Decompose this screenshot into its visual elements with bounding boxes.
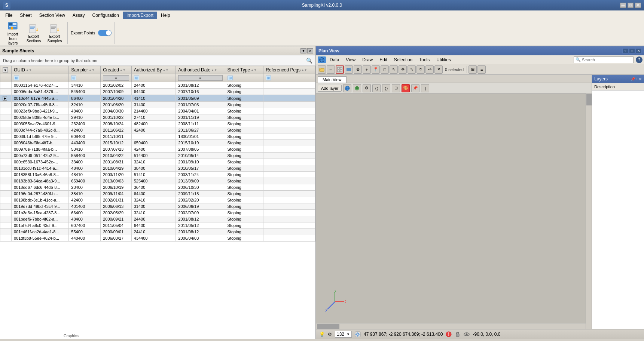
row-expand-cell[interactable]	[0, 222, 12, 229]
table-row[interactable]: 00198bdc-3e1b-41cc-a... 42400 2002/01/31…	[0, 197, 315, 203]
row-expand-cell[interactable]: ▶	[0, 95, 12, 102]
menu-import-export[interactable]: Import/Export	[123, 12, 157, 19]
row-expand-cell[interactable]	[0, 127, 12, 133]
table-row[interactable]: 001c461f-ea2d-4aa1-8... 55400 2000/09/01…	[0, 229, 315, 235]
row-expand-cell[interactable]	[0, 89, 12, 95]
panel-close-btn[interactable]: ✕	[307, 48, 313, 53]
table-row[interactable]: 0003c744-c7a0-492c-9... 42400 2011/06/22…	[0, 127, 315, 133]
layer-right-bracket-btn[interactable]: ))	[382, 84, 390, 92]
guid-filter-icon[interactable]: ⊞	[14, 76, 19, 80]
tb-grid-btn[interactable]	[336, 65, 344, 74]
table-search-icon[interactable]: 🔍	[306, 58, 312, 64]
menu-help[interactable]: Help	[157, 12, 174, 19]
th-referenced-pegs[interactable]: Referenced Pegs ▲▼	[263, 66, 315, 74]
tb-layers-btn[interactable]	[345, 65, 353, 74]
pv-menu-tools[interactable]: Tools	[416, 56, 433, 63]
export-sections-btn[interactable]: Export Sections	[24, 22, 43, 44]
pv-expand-btn[interactable]: ↔	[629, 48, 635, 53]
canvas-hscroll[interactable]	[316, 323, 586, 329]
row-expand-cell[interactable]	[0, 114, 12, 121]
row-expand-cell[interactable]	[0, 229, 12, 235]
filter-toggle-btn[interactable]: ▼	[3, 67, 8, 73]
table-row[interactable]: 00183b83-64ca-48a3-9... 659400 2013/09/0…	[0, 178, 315, 184]
menu-sheet[interactable]: Sheet	[16, 12, 35, 19]
table-row[interactable]: 000b73d6-051f-42b2-9... 558400 2010/04/2…	[0, 153, 315, 159]
pv-globe-icon[interactable]	[318, 56, 326, 63]
row-expand-cell[interactable]	[0, 102, 12, 108]
row-expand-cell[interactable]	[0, 184, 12, 191]
row-expand-cell[interactable]	[0, 165, 12, 172]
pv-menu-data[interactable]: Data	[327, 56, 342, 63]
row-expand-cell[interactable]	[0, 210, 12, 216]
table-row[interactable]: 00020d07-7f9a-45df-8... 32410 2001/06/20…	[0, 102, 315, 108]
export-samples-btn[interactable]: Export Samples	[45, 22, 64, 44]
th-guid[interactable]: GUID ▲▼	[12, 66, 69, 74]
panel-collapse-btn[interactable]: ▼	[300, 48, 306, 53]
table-row[interactable]: 001bdef6-7bbc-4f62-a... 48400 2000/09/21…	[0, 216, 315, 222]
search-input[interactable]	[582, 58, 631, 62]
menu-section-view[interactable]: Section View	[36, 12, 69, 19]
search-field[interactable]: 🔍	[574, 56, 634, 63]
layer-line-btn[interactable]: |	[421, 84, 429, 92]
maximize-btn[interactable]: □	[628, 3, 634, 8]
row-expand-icon[interactable]: ▶	[3, 96, 7, 101]
layer-globe-btn[interactable]	[343, 84, 351, 92]
row-expand-cell[interactable]	[0, 108, 12, 114]
tb-rotate-btn[interactable]: ↻	[416, 65, 425, 74]
layers-expand-icon[interactable]: +	[636, 77, 638, 81]
layers-pin-icon[interactable]: 📌	[631, 77, 635, 81]
row-expand-cell[interactable]	[0, 146, 12, 153]
pv-menu-draw[interactable]: Draw	[359, 56, 376, 63]
table-row[interactable]: 00196e0d-287f-480f-b... 38410 2009/11/04…	[0, 191, 315, 197]
tb-delete-btn[interactable]: ✕	[434, 65, 443, 74]
data-table-container[interactable]: ▼ GUID ▲▼ Sampler ▲▼ Created ▲▼	[0, 66, 315, 339]
table-row[interactable]: 00025fde-8095-4d4e-b... 29410 2001/10/22…	[0, 114, 315, 121]
table-row[interactable]: 0018dd67-6dc6-44db-8... 23400 2006/10/19…	[0, 184, 315, 191]
export-points-toggle[interactable]	[98, 30, 112, 36]
th-sampler[interactable]: Sampler ▲▼	[69, 66, 101, 74]
layers-close-icon[interactable]: ✕	[639, 77, 642, 81]
hscroll-thumb[interactable]	[317, 324, 339, 329]
th-authorised-date[interactable]: Authorised Date ▲▼	[176, 66, 225, 74]
table-row[interactable]: 001df3b8-55ee-4624-b... 440400 2006/03/2…	[0, 235, 315, 242]
import-from-layers-btn[interactable]: Import from layers	[3, 22, 22, 44]
row-expand-cell[interactable]	[0, 197, 12, 203]
table-row[interactable]: 00001154-e176-4d27-... 34410 2001/02/02 …	[0, 82, 315, 89]
pv-menu-edit[interactable]: Edit	[376, 56, 390, 63]
th-sheet-type[interactable]: Sheet Type ▲▼	[225, 66, 263, 74]
tb-scale-btn[interactable]: ⇔	[425, 65, 434, 74]
sheettype-filter-icon[interactable]: ⊞	[228, 76, 233, 80]
pv-menu-utilities[interactable]: Utilities	[433, 56, 454, 63]
canvas-viewport[interactable]: x y z	[316, 93, 592, 329]
tb-snap-btn[interactable]: +	[363, 65, 371, 74]
tb-list-btn[interactable]: ≡	[477, 65, 486, 74]
th-created[interactable]: Created ▲▼	[101, 66, 132, 74]
row-expand-cell[interactable]	[0, 133, 12, 140]
add-layer-btn[interactable]: Add layer	[318, 85, 342, 92]
table-row[interactable]: 0018358f-13a6-46a8-8... 48410 2003/11/20…	[0, 172, 315, 178]
tb-cursor-btn[interactable]: ↖	[390, 65, 398, 74]
table-row[interactable]: 000e6530-1673-452e-... 33400 2001/08/31 …	[0, 159, 315, 165]
row-expand-cell[interactable]	[0, 172, 12, 178]
pv-close-btn[interactable]: ✕	[636, 48, 642, 53]
table-row[interactable]: 00006dda-5a81-4379-... 545400 2007/10/09…	[0, 89, 315, 95]
tb-move-btn[interactable]: ✥	[399, 65, 407, 74]
th-authorized-by[interactable]: Authorized By ▲▼	[131, 66, 176, 74]
settings-gear-icon[interactable]: ⚙	[328, 332, 332, 337]
table-row[interactable]: ▶ 0010c44-617e-4445-a... 86400 2001/04/2…	[0, 95, 315, 102]
row-expand-cell[interactable]	[0, 216, 12, 222]
layer-color-btn[interactable]: 🎨	[402, 84, 410, 92]
pv-menu-selection[interactable]: Selection	[391, 56, 415, 63]
row-expand-cell[interactable]	[0, 235, 12, 242]
row-expand-cell[interactable]	[0, 203, 12, 210]
tb-grid2-btn[interactable]: ⊞	[468, 65, 477, 74]
row-expand-cell[interactable]	[0, 159, 12, 165]
layer-globe2-btn[interactable]	[353, 84, 361, 92]
table-row[interactable]: 00181cc8-f91c-4414-a... 48400 2010/04/29…	[0, 165, 315, 172]
row-expand-cell[interactable]	[0, 178, 12, 184]
table-row[interactable]: 00023ef9-9be3-421f-9... 48400 2004/03/30…	[0, 108, 315, 114]
zoom-level[interactable]: 132 ▼	[335, 331, 352, 338]
tb-box-btn[interactable]: □	[381, 65, 389, 74]
row-expand-cell[interactable]	[0, 121, 12, 127]
tb-open-btn[interactable]	[318, 65, 326, 74]
